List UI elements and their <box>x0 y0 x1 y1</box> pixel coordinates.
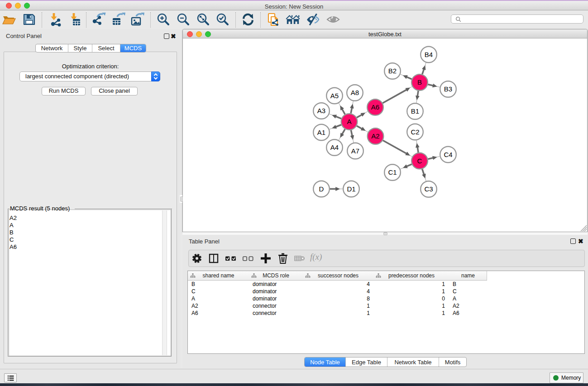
svg-text:C1: C1 <box>388 168 397 176</box>
svg-text:D: D <box>319 185 324 193</box>
svg-text:A3: A3 <box>317 107 325 114</box>
svg-text:B2: B2 <box>388 67 397 75</box>
svg-text:A4: A4 <box>330 143 339 151</box>
svg-text:D1: D1 <box>347 185 355 193</box>
svg-text:A: A <box>347 118 351 125</box>
svg-text:A1: A1 <box>317 129 325 136</box>
svg-text:C: C <box>417 157 422 165</box>
svg-text:C4: C4 <box>444 151 452 158</box>
svg-text:C2: C2 <box>411 128 419 136</box>
svg-text:A5: A5 <box>330 92 339 100</box>
svg-text:B: B <box>417 78 422 86</box>
svg-text:A8: A8 <box>351 89 359 96</box>
svg-text:B4: B4 <box>425 51 433 58</box>
svg-text:A6: A6 <box>371 103 379 111</box>
svg-text:C3: C3 <box>424 185 433 193</box>
svg-text:A7: A7 <box>351 147 359 155</box>
svg-text:A2: A2 <box>371 132 379 140</box>
svg-text:B1: B1 <box>411 107 419 115</box>
svg-text:B3: B3 <box>444 85 452 93</box>
